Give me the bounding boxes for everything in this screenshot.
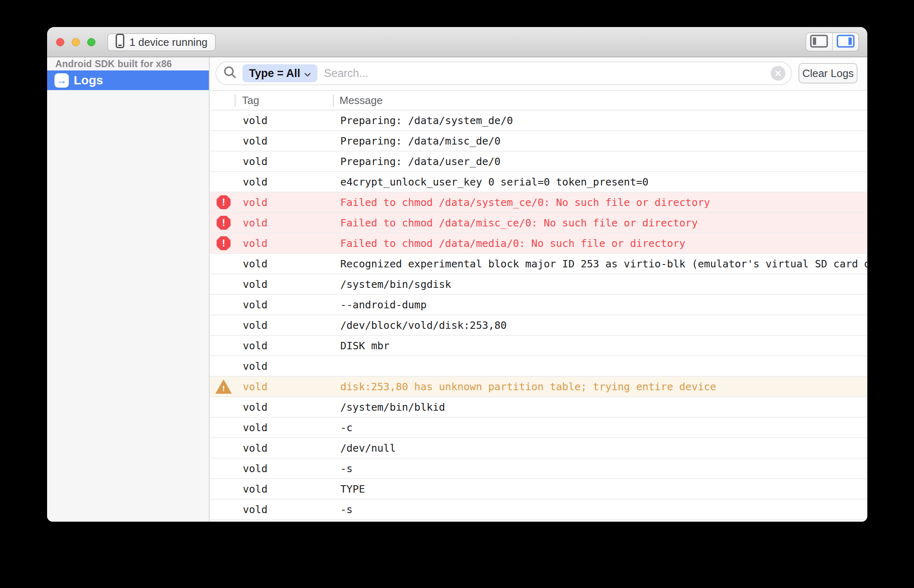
chevron-down-icon (304, 67, 311, 80)
log-table-header: Tag Message (210, 91, 867, 111)
log-row[interactable]: ! ! vold Preparing: /data/user_de/0 (210, 152, 867, 172)
log-tag: vold (243, 336, 267, 355)
log-message: -s (340, 500, 867, 519)
log-row[interactable]: ! ! vold DISK mbr (210, 336, 867, 356)
phone-icon (115, 34, 124, 51)
search-icon (223, 65, 238, 81)
log-level-icon-slot: ! ! (215, 131, 232, 151)
log-row[interactable]: ! ! vold -c (210, 418, 867, 438)
column-resize-handle[interactable] (333, 95, 334, 107)
log-tag: vold (243, 254, 267, 274)
log-row[interactable]: ! ! vold /system/bin/sgdisk (210, 274, 867, 295)
warning-icon: ! (215, 380, 232, 394)
log-row[interactable]: ! ! vold (210, 356, 867, 377)
log-message (340, 356, 867, 376)
log-level-icon-slot: ! ! (215, 192, 232, 212)
log-message: DISK mbr (340, 336, 867, 355)
log-level-icon-slot: ! ! (215, 336, 232, 355)
device-status-button[interactable]: 1 device running (107, 33, 216, 51)
log-row[interactable]: ! ! vold /dev/block/vold/disk:253,80 (210, 315, 867, 336)
left-panel-icon (810, 34, 828, 50)
log-tag: vold (243, 152, 267, 171)
device-status-label: 1 device running (129, 36, 208, 49)
clear-logs-button[interactable]: Clear Logs (799, 63, 857, 84)
log-level-icon-slot: ! ! (215, 377, 232, 396)
log-message: /dev/block/vold/disk:253,80 (340, 315, 867, 335)
log-level-icon-slot: ! ! (215, 152, 232, 171)
log-row[interactable]: ! ! vold Failed to chmod /data/media/0: … (210, 233, 867, 254)
search-field: Type = All (215, 61, 792, 85)
log-row[interactable]: ! ! vold /dev/null (210, 438, 867, 459)
log-tag: vold (243, 131, 267, 151)
column-header-tag: Tag (242, 91, 259, 110)
log-row[interactable]: ! ! vold Preparing: /data/misc_de/0 (210, 131, 867, 152)
toggle-left-panel-button[interactable] (806, 33, 832, 51)
log-tag: vold (243, 438, 267, 458)
log-level-icon-slot: ! ! (215, 111, 232, 130)
log-message: Preparing: /data/system_de/0 (340, 111, 867, 130)
search-input[interactable] (324, 67, 771, 80)
log-message: Failed to chmod /data/media/0: No such f… (340, 233, 867, 253)
log-row[interactable]: ! ! vold Failed to chmod /data/system_ce… (210, 192, 867, 213)
main-panel: Type = All (210, 57, 867, 522)
log-tag: vold (243, 172, 267, 192)
panel-toggle-group (805, 32, 859, 52)
log-level-icon-slot: ! ! (215, 254, 232, 274)
log-message: e4crypt_unlock_user_key 0 serial=0 token… (340, 172, 867, 192)
sidebar-item-label: Logs (74, 73, 103, 87)
log-row[interactable]: ! ! vold Recognized experimental block m… (210, 254, 867, 274)
log-row[interactable]: ! ! vold -s (210, 500, 867, 520)
log-tag: vold (243, 111, 267, 130)
log-tag: vold (243, 418, 267, 437)
log-level-icon-slot: ! ! (215, 479, 232, 499)
log-level-icon-slot: ! ! (215, 295, 232, 314)
log-message: --android-dump (340, 295, 867, 314)
error-icon: ! (217, 236, 231, 250)
clear-search-icon[interactable] (771, 66, 785, 81)
sidebar-item-logs[interactable]: → Logs (47, 70, 209, 90)
log-row[interactable]: ! ! vold e4crypt_unlock_user_key 0 seria… (210, 172, 867, 192)
log-tag: vold (243, 479, 267, 499)
log-level-icon-slot: ! ! (215, 274, 232, 294)
right-panel-icon (837, 34, 855, 50)
column-resize-handle[interactable] (235, 95, 235, 107)
error-icon: ! (217, 195, 231, 209)
minimize-button[interactable] (72, 38, 80, 46)
zoom-button[interactable] (87, 38, 95, 46)
log-message: -s (340, 459, 867, 478)
close-button[interactable] (56, 38, 64, 46)
log-message: Recognized experimental block major ID 2… (340, 254, 867, 274)
log-level-icon-slot: ! ! (215, 315, 232, 335)
toolbar: Type = All (210, 57, 867, 91)
error-icon: ! (217, 216, 231, 230)
titlebar[interactable]: 1 device running (47, 27, 867, 57)
log-row[interactable]: ! ! vold Preparing: /data/system_de/0 (210, 111, 867, 131)
log-row[interactable]: ! ! vold TYPE (210, 479, 867, 500)
log-level-icon-slot: ! ! (215, 418, 232, 437)
log-level-icon-slot: ! ! (215, 438, 232, 458)
log-message: Preparing: /data/user_de/0 (340, 152, 867, 171)
desktop-background: { "window": { "titlebar": { "device_butt… (0, 0, 914, 588)
type-filter-dropdown[interactable]: Type = All (242, 64, 317, 82)
log-row[interactable]: ! ! vold disk:253,80 has unknown partiti… (210, 377, 867, 397)
log-tag: vold (243, 459, 267, 478)
log-tag: vold (243, 295, 267, 314)
log-row[interactable]: ! ! vold --android-dump (210, 295, 867, 315)
traffic-lights (56, 38, 95, 46)
log-level-icon-slot: ! ! (215, 213, 232, 233)
log-rows: ! ! vold Preparing: /data/system_de/0 ! … (210, 111, 867, 522)
log-row[interactable]: ! ! vold -s (210, 459, 867, 479)
log-tag: vold (243, 397, 267, 417)
log-row[interactable]: ! ! vold Failed to chmod /data/misc_ce/0… (210, 213, 867, 233)
toggle-right-panel-button[interactable] (832, 33, 859, 51)
log-tag: vold (243, 192, 267, 212)
log-message: /system/bin/sgdisk (340, 274, 867, 294)
log-tag: vold (243, 500, 267, 519)
log-message: TYPE (340, 479, 867, 499)
log-tag: vold (243, 213, 267, 233)
logs-arrow-icon: → (54, 73, 69, 88)
log-row[interactable]: ! ! vold /system/bin/blkid (210, 397, 867, 418)
column-header-message: Message (339, 91, 383, 110)
log-message: Failed to chmod /data/misc_ce/0: No such… (340, 213, 867, 233)
log-message: Failed to chmod /data/system_ce/0: No su… (340, 192, 867, 212)
